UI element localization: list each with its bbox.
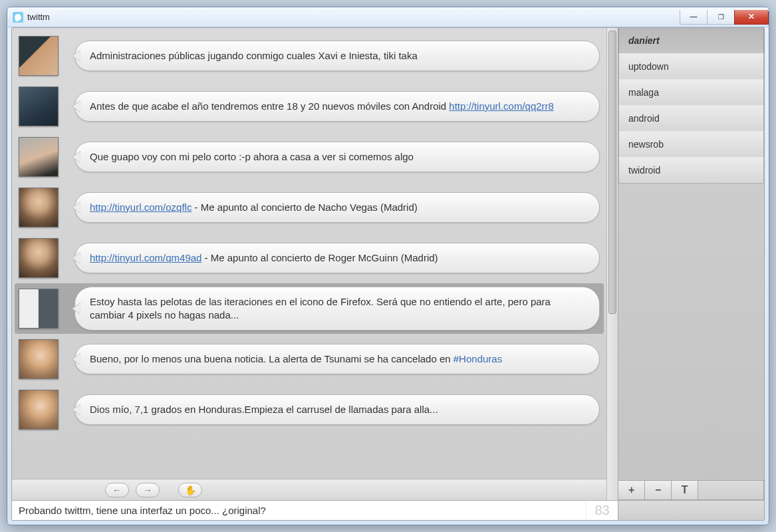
tweet-bubble: Administraciones públicas jugando conmig…	[74, 41, 600, 71]
tweet-bubble: Dios mío, 7,1 grados en Honduras.Empieza…	[74, 394, 600, 425]
sidebar-tools-spacer	[698, 480, 764, 500]
maximize-button[interactable]	[707, 10, 735, 25]
tweet-bubble: http://tinyurl.com/qm49ad - Me apunto al…	[74, 243, 600, 273]
tweet-link[interactable]: http://tinyurl.com/qq2rr8	[449, 100, 554, 112]
timeline-panel: Administraciones públicas jugando conmig…	[12, 28, 618, 500]
compose-pad	[618, 501, 764, 520]
window-title: twittm	[27, 12, 50, 22]
timeline-scrollbar[interactable]	[606, 28, 618, 500]
sidebar-remove-button[interactable]: −	[644, 480, 672, 500]
close-button[interactable]	[734, 10, 769, 25]
sidebar-list: daniertuptodownmalagaandroidnewsrobtwidr…	[618, 28, 764, 184]
timeline-entry[interactable]: Administraciones públicas jugando conmig…	[15, 31, 604, 81]
scrollbar-thumb[interactable]	[608, 31, 616, 314]
timeline-entry[interactable]: Dios mío, 7,1 grados en Honduras.Empieza…	[15, 384, 604, 435]
sidebar-item[interactable]: malaga	[618, 79, 764, 106]
tweet-text: Administraciones públicas jugando conmig…	[90, 50, 418, 61]
tweet-text: - Me apunto al concierto de Roger McGuin…	[201, 252, 438, 263]
timeline-list[interactable]: Administraciones públicas jugando conmig…	[12, 28, 606, 477]
tweet-text: - Me apunto al concierto de Nacho Vegas …	[192, 201, 417, 213]
avatar[interactable]	[19, 137, 59, 177]
nav-toolbar: ← → ✋	[12, 479, 606, 500]
forward-button[interactable]: →	[136, 483, 160, 497]
avatar[interactable]	[19, 86, 59, 126]
avatar[interactable]	[19, 339, 59, 379]
avatar[interactable]	[19, 390, 59, 430]
tweet-bubble: Estoy hasta las pelotas de las iteracion…	[74, 287, 600, 331]
sidebar-item[interactable]: twidroid	[618, 157, 764, 184]
char-count: 83	[586, 501, 618, 520]
avatar[interactable]	[19, 238, 59, 278]
tweet-bubble: Antes de que acabe el año tendremos entr…	[74, 91, 600, 122]
app-window: twittm Administraciones públicas jugando…	[7, 7, 769, 525]
tweet-hashtag[interactable]: #Honduras	[453, 353, 502, 364]
sidebar-item[interactable]: android	[618, 105, 764, 132]
tweet-bubble: Bueno, por lo menos una buena noticia. L…	[74, 344, 600, 374]
compose-input[interactable]	[12, 501, 586, 520]
tweet-link[interactable]: http://tinyurl.com/qm49ad	[90, 252, 201, 263]
avatar[interactable]	[19, 289, 59, 329]
tweet-text: Dios mío, 7,1 grados en Honduras.Empieza…	[90, 404, 438, 415]
tweet-text: Bueno, por lo menos una buena noticia. L…	[90, 353, 453, 364]
sidebar-tools: + − T	[618, 480, 764, 500]
avatar[interactable]	[19, 188, 59, 227]
avatar[interactable]	[19, 36, 59, 76]
sidebar: daniertuptodownmalagaandroidnewsrobtwidr…	[618, 28, 764, 500]
sidebar-text-button[interactable]: T	[671, 480, 698, 500]
tweet-text: Estoy hasta las pelotas de las iteracion…	[90, 296, 551, 321]
tweet-bubble: http://tinyurl.com/ozqflc - Me apunto al…	[74, 192, 600, 223]
timeline-entry[interactable]: Estoy hasta las pelotas de las iteracion…	[15, 283, 604, 334]
stop-button[interactable]: ✋	[178, 483, 202, 497]
minimize-button[interactable]	[680, 10, 708, 25]
tweet-bubble: Que guapo voy con mi pelo corto :-p ahor…	[74, 142, 600, 172]
sidebar-item[interactable]: uptodown	[618, 53, 764, 80]
timeline-entry[interactable]: Que guapo voy con mi pelo corto :-p ahor…	[15, 132, 604, 182]
back-button[interactable]: ←	[105, 483, 129, 497]
window-controls	[680, 10, 769, 25]
titlebar[interactable]: twittm	[7, 7, 769, 27]
timeline-entry[interactable]: Bueno, por lo menos una buena noticia. L…	[15, 334, 604, 384]
compose-bar: 83	[12, 500, 764, 520]
main-row: Administraciones públicas jugando conmig…	[12, 28, 764, 500]
timeline-entry[interactable]: http://tinyurl.com/ozqflc - Me apunto al…	[15, 182, 604, 233]
timeline-entry[interactable]: Antes de que acabe el año tendremos entr…	[15, 81, 604, 132]
app-icon	[13, 12, 23, 23]
sidebar-add-button[interactable]: +	[618, 480, 645, 500]
tweet-text: Que guapo voy con mi pelo corto :-p ahor…	[90, 151, 414, 162]
tweet-link[interactable]: http://tinyurl.com/ozqflc	[90, 201, 192, 213]
sidebar-item[interactable]: daniert	[618, 28, 764, 54]
client-area: Administraciones públicas jugando conmig…	[11, 27, 765, 521]
tweet-text: Antes de que acabe el año tendremos entr…	[90, 100, 449, 112]
timeline-entry[interactable]: http://tinyurl.com/qm49ad - Me apunto al…	[15, 233, 604, 283]
sidebar-item[interactable]: newsrob	[618, 131, 764, 158]
